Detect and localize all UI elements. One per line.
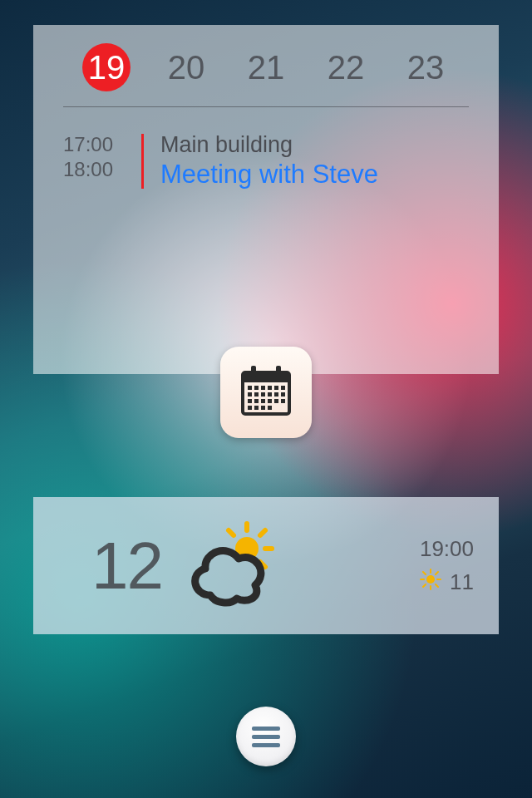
svg-point-32 <box>426 575 435 584</box>
event-color-bar <box>141 134 144 189</box>
svg-rect-2 <box>251 366 256 377</box>
svg-rect-20 <box>274 399 278 403</box>
svg-rect-8 <box>274 386 278 390</box>
svg-rect-19 <box>268 399 272 403</box>
svg-line-28 <box>260 530 265 535</box>
sunny-icon <box>420 569 441 596</box>
current-temperature: 12 <box>91 528 162 604</box>
svg-rect-16 <box>248 399 252 403</box>
svg-line-31 <box>229 530 234 535</box>
calendar-icon <box>236 361 296 424</box>
calendar-day-0[interactable]: 19 <box>82 43 131 91</box>
calendar-day-4[interactable]: 23 <box>401 43 450 91</box>
svg-rect-23 <box>254 406 259 410</box>
svg-rect-21 <box>281 399 285 403</box>
event-end-time: 18:00 <box>63 157 131 182</box>
forecast-time: 19:00 <box>420 536 474 562</box>
svg-rect-11 <box>254 392 259 397</box>
svg-rect-9 <box>281 386 285 390</box>
svg-rect-18 <box>261 399 265 403</box>
svg-line-39 <box>423 584 426 587</box>
svg-rect-1 <box>243 372 289 382</box>
calendar-days-row: 19 20 21 22 23 <box>33 43 499 106</box>
svg-rect-12 <box>261 392 265 397</box>
svg-rect-22 <box>248 406 252 410</box>
calendar-day-1[interactable]: 20 <box>162 43 210 91</box>
svg-rect-24 <box>261 406 265 410</box>
event-start-time: 17:00 <box>63 132 131 157</box>
svg-line-40 <box>436 572 438 574</box>
event-title: Meeting with Steve <box>160 160 378 190</box>
svg-rect-6 <box>261 386 265 390</box>
menu-button[interactable] <box>236 707 296 766</box>
svg-rect-4 <box>248 386 252 390</box>
calendar-widget: 19 20 21 22 23 17:00 18:00 Main building… <box>33 25 499 374</box>
calendar-event[interactable]: 17:00 18:00 Main building Meeting with S… <box>33 107 499 190</box>
menu-icon <box>252 727 280 747</box>
calendar-app-icon[interactable] <box>220 347 312 438</box>
event-location: Main building <box>160 132 378 158</box>
weather-widget[interactable]: 12 19:00 <box>33 497 499 634</box>
svg-rect-15 <box>281 392 285 397</box>
svg-rect-10 <box>248 392 252 397</box>
svg-rect-13 <box>268 392 272 397</box>
svg-rect-25 <box>268 406 272 410</box>
svg-rect-17 <box>254 399 259 403</box>
partly-cloudy-icon <box>179 519 287 613</box>
calendar-day-2[interactable]: 21 <box>242 43 290 91</box>
svg-rect-7 <box>268 386 272 390</box>
svg-rect-3 <box>276 366 281 377</box>
svg-rect-5 <box>254 386 259 390</box>
svg-line-38 <box>436 584 438 587</box>
weather-forecast: 19:00 11 <box>420 536 474 596</box>
svg-rect-14 <box>274 392 278 397</box>
svg-line-37 <box>423 572 426 574</box>
forecast-temperature: 11 <box>450 569 474 595</box>
event-times: 17:00 18:00 <box>63 132 131 182</box>
event-body: Main building Meeting with Steve <box>160 132 378 190</box>
calendar-day-3[interactable]: 22 <box>322 43 370 91</box>
